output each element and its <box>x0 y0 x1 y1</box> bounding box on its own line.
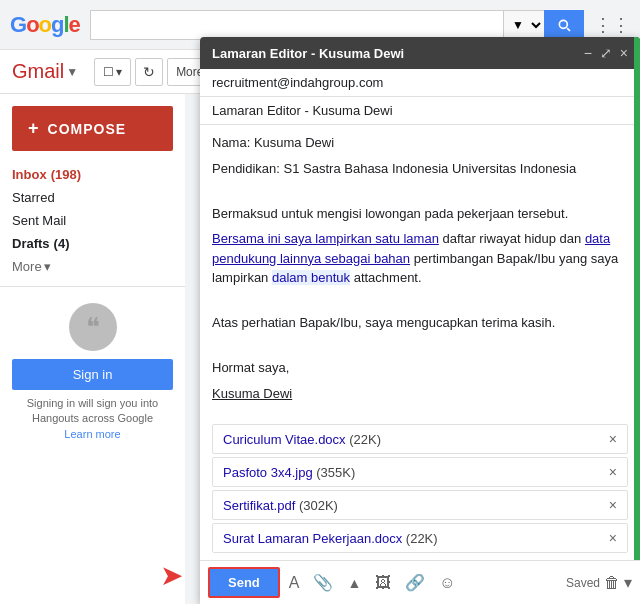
starred-label: Starred <box>12 190 55 205</box>
attachment-item: Sertifikat.pdf (302K) × <box>212 490 628 520</box>
refresh-button[interactable]: ↻ <box>135 58 163 86</box>
sidebar-item-more[interactable]: More ▾ <box>0 255 185 278</box>
sidebar: + COMPOSE Inbox (198) Starred Sent Mail … <box>0 94 185 604</box>
search-bar: ▼ <box>90 10 584 40</box>
sent-label: Sent Mail <box>12 213 66 228</box>
attachment-item: Surat Lamaran Pekerjaan.docx (22K) × <box>212 523 628 553</box>
search-button[interactable] <box>544 10 584 40</box>
drafts-badge: (4) <box>54 236 70 251</box>
more-options-icon: ▾ <box>624 574 632 591</box>
drafts-label: Drafts <box>12 236 50 251</box>
compose-modal: Lamaran Editor - Kusuma Dewi − ⤢ × recru… <box>200 37 640 604</box>
main-layout: + COMPOSE Inbox (198) Starred Sent Mail … <box>0 94 640 604</box>
drive-button[interactable]: ▲ <box>342 571 366 595</box>
attachment-name-2[interactable]: Pasfoto 3x4.jpg (355K) <box>223 465 355 480</box>
body-name: Nama: Kusuma Dewi <box>212 133 628 153</box>
attach-button[interactable]: 📎 <box>308 569 338 596</box>
to-field[interactable]: recruitment@indahgroup.com <box>200 69 640 97</box>
body-regards: Hormat saya, <box>212 358 628 378</box>
checkbox-icon: ☐ <box>103 65 114 79</box>
body-intro: Bermaksud untuk mengisi lowongan pada pe… <box>212 204 628 224</box>
search-input[interactable] <box>90 10 503 40</box>
attachment-remove-3[interactable]: × <box>609 497 617 513</box>
body-highlight-dalam: dalam bentuk <box>272 270 350 285</box>
trash-button[interactable]: 🗑 <box>604 574 620 592</box>
link-button[interactable]: 🔗 <box>400 569 430 596</box>
close-button[interactable]: × <box>620 45 628 61</box>
gmail-caret-icon: ▼ <box>66 65 78 79</box>
attachment-item: Pasfoto 3x4.jpg (355K) × <box>212 457 628 487</box>
hangouts-text: Signing in will sign you into Hangouts a… <box>12 396 173 442</box>
modal-header: Lamaran Editor - Kusuma Dewi − ⤢ × <box>200 37 640 69</box>
attachment-name-3[interactable]: Sertifikat.pdf (302K) <box>223 498 338 513</box>
attachment-remove-2[interactable]: × <box>609 464 617 480</box>
compose-button[interactable]: + COMPOSE <box>12 106 173 151</box>
attachment-item: Curiculum Vitae.docx (22K) × <box>212 424 628 454</box>
learn-more-link[interactable]: Learn more <box>64 428 120 440</box>
checkbox-button[interactable]: ☐ ▾ <box>94 58 131 86</box>
compose-body[interactable]: Nama: Kusuma Dewi Pendidikan: S1 Sastra … <box>200 125 640 417</box>
modal-controls: − ⤢ × <box>584 45 628 61</box>
modal-title: Lamaran Editor - Kusuma Dewi <box>212 46 404 61</box>
body-education: Pendidikan: S1 Sastra Bahasa Indonesia U… <box>212 159 628 179</box>
expand-button[interactable]: ⤢ <box>600 45 612 61</box>
hangouts-line2: Hangouts across Google <box>32 412 153 424</box>
gmail-label[interactable]: Gmail ▼ <box>12 60 78 83</box>
compose-label: COMPOSE <box>48 121 127 137</box>
sign-in-button[interactable]: Sign in <box>12 359 173 390</box>
emoji-button[interactable]: ☺ <box>434 570 460 596</box>
body-text-attachment: attachment. <box>354 270 422 285</box>
attachment-size-3: (302K) <box>299 498 338 513</box>
link-icon: 🔗 <box>405 573 425 592</box>
sidebar-item-drafts[interactable]: Drafts (4) <box>0 232 185 255</box>
hangouts-section: ❝ Sign in Signing in will sign you into … <box>0 286 185 458</box>
photo-button[interactable]: 🖼 <box>370 570 396 596</box>
emoji-icon: ☺ <box>439 574 455 592</box>
inbox-badge: (198) <box>51 167 81 182</box>
gmail-text: Gmail <box>12 60 64 83</box>
sidebar-item-sent[interactable]: Sent Mail <box>0 209 185 232</box>
attachment-size-4: (22K) <box>406 531 438 546</box>
subject-field[interactable]: Lamaran Editor - Kusuma Dewi <box>200 97 640 125</box>
saved-text: Saved <box>566 576 600 590</box>
hangouts-line1: Signing in will sign you into <box>27 397 158 409</box>
more-options-button[interactable]: ▾ <box>624 573 632 592</box>
drive-icon: ▲ <box>347 575 361 591</box>
grid-icon[interactable]: ⋮⋮ <box>594 14 630 36</box>
content-area: Lamaran Editor - Kusuma Dewi − ⤢ × recru… <box>185 94 640 604</box>
attachment-remove-4[interactable]: × <box>609 530 617 546</box>
body-signature: Kusuma Dewi <box>212 384 628 404</box>
attachment-remove-1[interactable]: × <box>609 431 617 447</box>
google-logo: Google <box>10 12 80 38</box>
body-detail: Bersama ini saya lampirkan satu laman da… <box>212 229 628 288</box>
attachment-name-4[interactable]: Surat Lamaran Pekerjaan.docx (22K) <box>223 531 438 546</box>
arrow-indicator: ➤ <box>160 559 183 592</box>
send-button[interactable]: Send <box>208 567 280 598</box>
compose-toolbar: ➤ Send A 📎 ▲ 🖼 🔗 ☺ <box>200 560 640 604</box>
avatar: ❝ <box>69 303 117 351</box>
sidebar-item-inbox[interactable]: Inbox (198) <box>0 163 185 186</box>
green-sidebar-bar <box>634 37 640 604</box>
minimize-button[interactable]: − <box>584 45 592 61</box>
attach-icon: 📎 <box>313 573 333 592</box>
body-text-daftar: daftar riwayat hidup dan <box>443 231 585 246</box>
more-nav-caret-icon: ▾ <box>44 259 51 274</box>
attachment-size-2: (355K) <box>316 465 355 480</box>
trash-icon: 🗑 <box>604 574 620 591</box>
format-button[interactable]: A <box>284 570 305 596</box>
inbox-label: Inbox <box>12 167 47 182</box>
photo-icon: 🖼 <box>375 574 391 592</box>
attachments-list: Curiculum Vitae.docx (22K) × Pasfoto 3x4… <box>200 417 640 560</box>
sidebar-item-starred[interactable]: Starred <box>0 186 185 209</box>
more-nav-label: More <box>12 259 42 274</box>
checkbox-caret: ▾ <box>116 65 122 79</box>
compose-plus-icon: + <box>28 118 40 139</box>
body-link-bersama: Bersama ini saya lampirkan satu laman <box>212 231 439 246</box>
attachment-size-1: (22K) <box>349 432 381 447</box>
search-dropdown[interactable]: ▼ <box>503 10 544 40</box>
attachment-name-1[interactable]: Curiculum Vitae.docx (22K) <box>223 432 381 447</box>
format-icon: A <box>289 574 300 592</box>
body-closing: Atas perhatian Bapak/Ibu, saya mengucapk… <box>212 313 628 333</box>
avatar-icon: ❝ <box>86 312 100 343</box>
